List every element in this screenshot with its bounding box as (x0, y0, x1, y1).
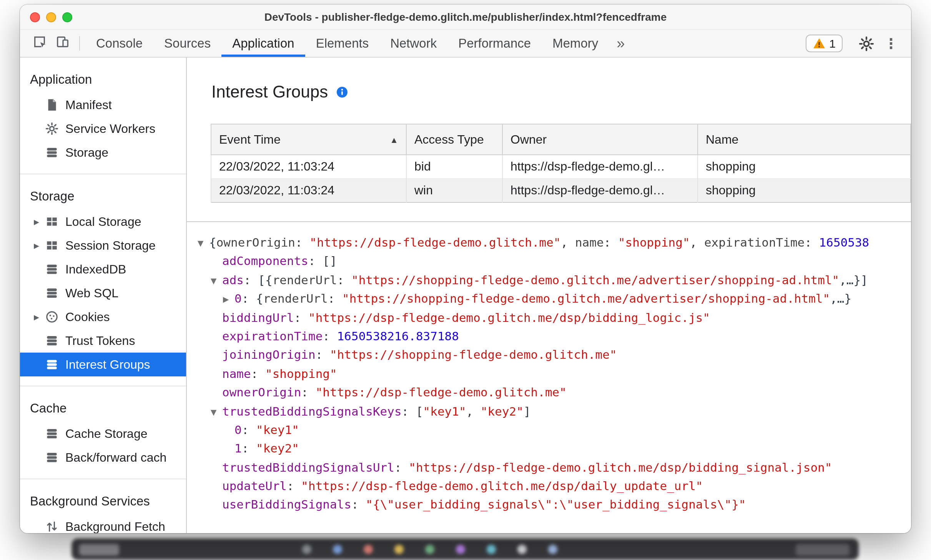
settings-button[interactable] (854, 36, 879, 51)
column-header-owner[interactable]: Owner (502, 124, 698, 155)
tab-application[interactable]: Application (221, 30, 305, 57)
chevron-double-right-icon: » (617, 35, 625, 52)
tree-segment-n: 1650538216.837188 (337, 330, 459, 343)
sidebar-item-cookies[interactable]: ▶Cookies (20, 305, 186, 329)
sidebar-item-label: Web SQL (65, 286, 118, 300)
tree-line[interactable]: ▼ads: [{renderUrl: "https://shopping-fle… (187, 271, 911, 290)
info-icon[interactable] (336, 86, 348, 98)
collapse-arrow-icon[interactable]: ▼ (211, 403, 222, 421)
expander-icon[interactable]: ▶ (34, 218, 45, 225)
tab-network[interactable]: Network (379, 30, 447, 57)
column-label: Event Time (219, 133, 281, 146)
database-icon (45, 262, 58, 276)
expander-icon[interactable]: ▶ (34, 313, 45, 321)
sidebar-item-service-workers[interactable]: Service Workers (20, 117, 186, 141)
tab-console[interactable]: Console (85, 30, 153, 57)
tree-segment-p: : [{ (244, 273, 273, 287)
collapse-arrow-icon[interactable]: ▼ (198, 234, 209, 252)
sidebar-section-header: Storage (20, 182, 186, 210)
column-header-name[interactable]: Name (698, 124, 911, 155)
tree-segment-p: : (242, 442, 256, 456)
tree-segment-p: : (316, 348, 330, 362)
sidebar-item-interest-groups[interactable]: Interest Groups (20, 353, 186, 376)
tree-line[interactable]: joiningOrigin: "https://shopping-fledge-… (187, 346, 911, 365)
tree-line[interactable]: ▼trustedBiddingSignalsKeys: ["key1", "ke… (187, 402, 911, 421)
database-icon (45, 286, 58, 300)
json-tree: ▼{ownerOrigin: "https://dsp-fledge-demo.… (187, 222, 911, 515)
dock-dot (333, 545, 342, 554)
tab-elements[interactable]: Elements (305, 30, 380, 57)
tree-segment-p: : (394, 461, 409, 474)
tree-line[interactable]: userBiddingSignals: "{\"user_bidding_sig… (187, 496, 911, 515)
gear-icon (859, 36, 874, 51)
menu-button[interactable]: ⋮ (879, 35, 903, 52)
close-button[interactable] (30, 12, 40, 22)
inspect-element-button[interactable] (28, 30, 51, 57)
tree-line[interactable]: updateUrl: "https://dsp-fledge-demo.glit… (187, 477, 911, 496)
tree-segment-p: : (295, 236, 309, 250)
tree-line[interactable]: expirationTime: 1650538216.837188 (187, 327, 911, 346)
sidebar-item-label: Back/forward cach (65, 451, 166, 464)
tree-segment-p: { (209, 236, 216, 250)
device-toolbar-button[interactable] (51, 30, 74, 57)
tree-line[interactable]: 1: "key2" (187, 440, 911, 459)
tree-segment-s: "key1" (423, 404, 466, 418)
tree-segment-p: ,…}] (839, 273, 868, 287)
tab-memory[interactable]: Memory (542, 30, 609, 57)
sidebar-item-cache-storage[interactable]: Cache Storage (20, 422, 186, 446)
more-tabs-button[interactable]: » (609, 30, 632, 57)
sidebar-item-label: Storage (65, 146, 108, 159)
sidebar-item-back-forward-cach[interactable]: Back/forward cach (20, 446, 186, 469)
collapse-arrow-icon[interactable]: ▼ (211, 272, 222, 290)
expand-arrow-icon[interactable]: ▶ (223, 290, 234, 308)
zoom-button[interactable] (62, 12, 72, 22)
tree-line[interactable]: 0: "key1" (187, 421, 911, 440)
content-header: Interest Groups (211, 81, 911, 104)
expander-icon[interactable]: ▶ (34, 242, 45, 249)
sidebar-item-manifest[interactable]: Manifest (20, 93, 186, 117)
tree-segment-pk: ownerOrigin (216, 236, 295, 250)
sidebar-item-web-sql[interactable]: Web SQL (20, 281, 186, 305)
tree-line[interactable]: adComponents: [] (187, 252, 911, 271)
tree-line[interactable]: trustedBiddingSignalsUrl: "https://dsp-f… (187, 458, 911, 477)
tab-sources[interactable]: Sources (153, 30, 221, 57)
sidebar-item-local-storage[interactable]: ▶Local Storage (20, 210, 186, 234)
sidebar-item-trust-tokens[interactable]: Trust Tokens (20, 329, 186, 353)
sidebar-item-indexeddb[interactable]: IndexedDB (20, 257, 186, 281)
tree-segment-k: userBiddingSignals (222, 498, 351, 512)
warning-triangle-icon (812, 37, 825, 50)
database-icon (45, 427, 58, 441)
dock-dot (456, 545, 465, 554)
tree-line[interactable]: ▼{ownerOrigin: "https://dsp-fledge-demo.… (187, 234, 911, 252)
column-label: Access Type (414, 133, 484, 146)
table-row[interactable]: 22/03/2022, 11:03:24bidhttps://dsp-fledg… (211, 155, 911, 179)
tree-line[interactable]: name: "shopping" (187, 364, 911, 383)
sidebar-item-background-fetch[interactable]: Background Fetch (20, 515, 186, 533)
tree-segment-p: : (242, 423, 256, 437)
tree-segment-n: 1650538 (819, 236, 869, 250)
sidebar-item-storage[interactable]: Storage (20, 141, 186, 164)
cell-access-type: bid (406, 155, 502, 179)
tree-segment-p: : [ (402, 404, 423, 418)
tree-segment-p: , (466, 404, 480, 418)
tree-segment-s: "https://dsp-fledge-demo.glitch.me" (309, 236, 560, 250)
minimize-button[interactable] (46, 12, 56, 22)
tree-segment-p: : (328, 292, 342, 306)
tree-line[interactable]: ownerOrigin: "https://dsp-fledge-demo.gl… (187, 383, 911, 402)
tree-line[interactable]: ▶0: {renderUrl: "https://shopping-fledge… (187, 290, 911, 308)
column-header-event-time[interactable]: Event Time▲ (211, 124, 406, 155)
sidebar-item-session-storage[interactable]: ▶Session Storage (20, 234, 186, 257)
interest-groups-view: Interest Groups Event Time▲Access TypeOw… (187, 58, 911, 533)
database-icon (45, 358, 58, 371)
tree-line[interactable]: biddingUrl: "https://dsp-fledge-demo.gli… (187, 308, 911, 327)
sidebar-item-label: Trust Tokens (65, 334, 135, 348)
tree-segment-pk: renderUrl (263, 292, 328, 306)
issues-badge[interactable]: 1 (805, 35, 843, 52)
dock-dot (364, 545, 373, 554)
tree-segment-s: "shopping" (265, 367, 337, 381)
table-row[interactable]: 22/03/2022, 11:03:24winhttps://dsp-fledg… (211, 179, 911, 202)
column-header-access-type[interactable]: Access Type (406, 124, 502, 155)
sidebar-section-storage: Storage▶Local Storage▶Session StorageInd… (20, 174, 186, 386)
events-table: Event Time▲Access TypeOwnerName 22/03/20… (211, 124, 911, 203)
tab-performance[interactable]: Performance (447, 30, 542, 57)
